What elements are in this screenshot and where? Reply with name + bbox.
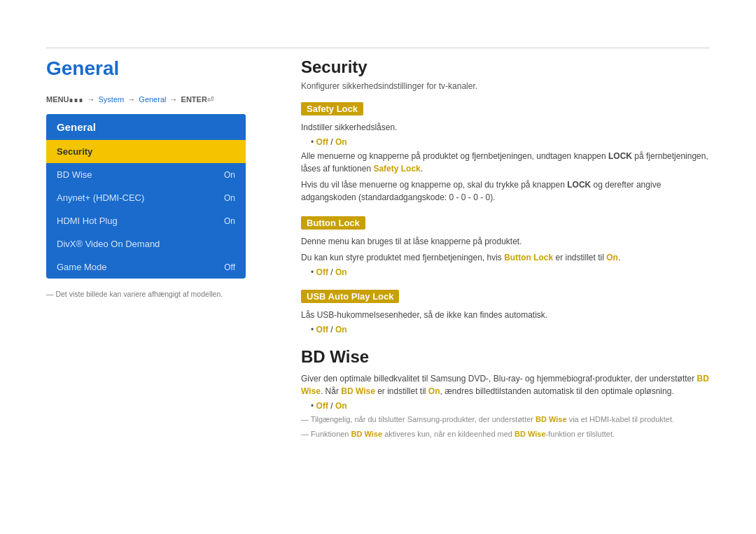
menu-item-game-mode[interactable]: Game Mode Off bbox=[46, 255, 246, 279]
safety-lock-desc2: Alle menuerne og knapperne på produktet … bbox=[301, 150, 710, 175]
usb-auto-play-bullet: Off / On bbox=[311, 325, 710, 335]
bd-wise-note2: Funktionen BD Wise aktiveres kun, når en… bbox=[301, 428, 710, 440]
button-lock-desc1: Denne menu kan bruges til at låse knappe… bbox=[301, 235, 710, 248]
top-divider bbox=[46, 48, 710, 48]
safety-lock-desc1: Indstiller sikkerhedslåsen. bbox=[301, 121, 710, 134]
security-title: Security bbox=[301, 57, 710, 77]
menu-item-security[interactable]: Security bbox=[46, 140, 246, 163]
button-lock-bullet: Off / On bbox=[311, 267, 710, 277]
usb-auto-play-desc1: Lås USB-hukommelsesenheder, så de ikke k… bbox=[301, 309, 710, 321]
safety-lock-bullet: Off / On bbox=[311, 137, 710, 147]
breadcrumb: MENU∎∎∎ → System → General → ENTER⏎ bbox=[46, 95, 256, 104]
breadcrumb-system: System bbox=[99, 95, 125, 104]
usb-auto-play-title: USB Auto Play Lock bbox=[301, 290, 399, 303]
menu-item-divx[interactable]: DivX® Video On Demand bbox=[46, 232, 246, 255]
bd-wise-title: BD Wise bbox=[301, 347, 710, 367]
breadcrumb-general: General bbox=[139, 95, 166, 104]
footnote: Det viste billede kan variere afhængigt … bbox=[46, 290, 256, 298]
security-desc: Konfigurer sikkerhedsindstillinger for t… bbox=[301, 81, 710, 91]
breadcrumb-enter: ENTER bbox=[181, 95, 207, 104]
menu-item-bd-wise[interactable]: BD Wise On bbox=[46, 163, 246, 186]
menu-item-anynet[interactable]: Anynet+ (HDMI-CEC) On bbox=[46, 186, 246, 209]
menu-item-hdmi-hot-plug[interactable]: HDMI Hot Plug On bbox=[46, 209, 246, 232]
right-panel: Security Konfigurer sikkerhedsindstillin… bbox=[301, 57, 710, 452]
breadcrumb-menu: MENU bbox=[46, 95, 69, 104]
button-lock-title: Button Lock bbox=[301, 216, 365, 230]
breadcrumb-icon: ∎∎∎ bbox=[69, 95, 83, 104]
general-menu: General Security BD Wise On Anynet+ (HDM… bbox=[46, 114, 246, 279]
safety-lock-section: Safety Lock Indstiller sikkerhedslåsen. … bbox=[301, 102, 710, 204]
menu-header: General bbox=[46, 114, 246, 140]
page-title: General bbox=[46, 57, 256, 80]
left-panel: General MENU∎∎∎ → System → General → ENT… bbox=[46, 57, 256, 298]
bd-wise-desc1: Giver den optimale billedkvalitet til Sa… bbox=[301, 372, 710, 398]
bd-wise-bullet: Off / On bbox=[311, 401, 710, 411]
safety-lock-title: Safety Lock bbox=[301, 102, 363, 115]
bd-wise-note1: Tilgængelig, når du tilslutter Samsung-p… bbox=[301, 414, 710, 426]
safety-lock-desc3: Hvis du vil låse menuerne og knapperne o… bbox=[301, 178, 710, 204]
button-lock-desc2: Du kan kun styre produktet med fjernbetj… bbox=[301, 251, 710, 264]
bd-wise-section: BD Wise Giver den optimale billedkvalite… bbox=[301, 347, 710, 440]
button-lock-section: Button Lock Denne menu kan bruges til at… bbox=[301, 216, 710, 277]
usb-auto-play-section: USB Auto Play Lock Lås USB-hukommelsesen… bbox=[301, 290, 710, 335]
